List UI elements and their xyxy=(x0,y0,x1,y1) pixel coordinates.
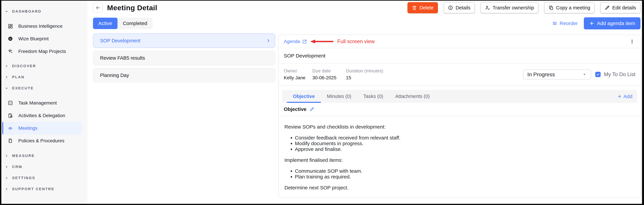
my-todo-checkbox[interactable]: My To Do List xyxy=(595,72,636,78)
agenda-list-item-review-fab5[interactable]: Review FAB5 results xyxy=(93,51,275,65)
tab-completed[interactable]: Completed xyxy=(118,18,153,29)
sidebar-item-wize-blueprint[interactable]: Wize Blueprint xyxy=(1,32,88,45)
annotation-arrow xyxy=(310,39,333,44)
sidebar-section-label: SETTINGS xyxy=(12,176,35,180)
toolbar-right: Reorder Add agenda item xyxy=(552,17,640,30)
chevron-right-icon xyxy=(5,154,8,157)
kebab-menu-button[interactable] xyxy=(629,38,636,45)
reorder-link[interactable]: Reorder xyxy=(552,20,578,26)
sidebar-section-measure[interactable]: MEASURE xyxy=(1,150,88,161)
sidebar-section-label: MEASURE xyxy=(12,154,35,158)
agenda-meta-row: Owner Kelly Jane Due date 30-06-2025 Dur… xyxy=(279,64,640,86)
annotation-text: Full screen view xyxy=(338,38,375,44)
sidebar-item-meetings[interactable]: Meetings xyxy=(2,122,82,134)
agenda-link[interactable]: Agenda xyxy=(284,39,307,44)
agenda-card-header: Agenda Full screen view xyxy=(279,35,640,48)
sidebar-item-activities-delegation[interactable]: Activities & Delegation xyxy=(1,109,88,122)
sidebar-section-support-centre[interactable]: SUPPORT CENTRE xyxy=(1,184,88,194)
field-owner: Owner Kelly Jane xyxy=(284,68,312,80)
sparkles-icon xyxy=(8,49,13,54)
sidebar-section-label: PLAN xyxy=(12,75,24,79)
page-header: Meeting Detail Delete Details Transfer o… xyxy=(93,2,640,14)
sidebar-item-freedom-map-projects[interactable]: Freedom Map Projects xyxy=(1,45,88,58)
sidebar-section-label: DISCOVER xyxy=(12,64,36,68)
sidebar-section-label: CRM xyxy=(12,165,22,169)
chevron-right-icon xyxy=(5,176,8,180)
add-agenda-item-button[interactable]: Add agenda item xyxy=(584,17,640,30)
add-link[interactable]: Add xyxy=(618,90,632,103)
objective-list: Communicate SOP with team. Plan training… xyxy=(284,168,635,180)
objective-header: Objective xyxy=(279,103,640,116)
objective-paragraph: Implement finalised items: xyxy=(284,157,635,163)
info-icon xyxy=(448,5,453,10)
list-toolbar: Active Completed Reorder Add agenda item xyxy=(93,17,640,30)
sidebar-item-task-management[interactable]: Task Management xyxy=(1,96,88,109)
plus-icon xyxy=(618,94,622,99)
sidebar-section-settings[interactable]: SETTINGS xyxy=(1,172,88,184)
objective-content: Review SOPs and checklists in developmen… xyxy=(279,116,640,196)
sidebar-item-label: Business Intelligence xyxy=(18,24,62,29)
agenda-detail-card: Agenda Full screen view SOP Development … xyxy=(278,34,641,198)
sidebar-item-business-intelligence[interactable]: Business Intelligence xyxy=(1,20,88,32)
page-title: Meeting Detail xyxy=(107,4,157,12)
objective-paragraph: Review SOPs and checklists in developmen… xyxy=(284,124,635,130)
sidebar-section-label: DASHBOARD xyxy=(12,9,42,14)
objective-list: Consider feedback received from relevant… xyxy=(284,135,635,152)
tab-active[interactable]: Active xyxy=(93,18,118,29)
plus-icon xyxy=(589,21,594,26)
details-button[interactable]: Details xyxy=(444,2,475,13)
clipboard-clock-icon xyxy=(8,113,13,118)
main-content: Meeting Detail Delete Details Transfer o… xyxy=(88,1,642,204)
arrow-left-icon xyxy=(96,5,100,10)
tab-tasks[interactable]: Tasks (0) xyxy=(358,90,389,103)
chevron-right-icon xyxy=(5,64,8,68)
agenda-list-item-planning-day[interactable]: Planning Day xyxy=(93,68,275,82)
sidebar-section-label: SUPPORT CENTRE xyxy=(12,187,54,191)
sidebar-item-label: Meetings xyxy=(18,126,38,131)
chevron-right-icon xyxy=(5,165,8,168)
copy-meeting-button[interactable]: Copy a meeting xyxy=(544,2,594,13)
chevron-right-icon xyxy=(5,188,8,190)
sidebar-section-dashboard[interactable]: DASHBOARD xyxy=(1,6,88,17)
sidebar-group-execute: Task Management Activities & Delegation … xyxy=(1,96,88,147)
sidebar-item-label: Policies & Procedures xyxy=(18,138,64,144)
objective-paragraph: Determine next SOP project. xyxy=(284,185,635,191)
sidebar-section-plan[interactable]: PLAN xyxy=(1,72,88,83)
header-actions: Delete Details Transfer ownership Copy a… xyxy=(408,2,640,13)
dashboard-grid-icon xyxy=(8,24,13,29)
pencil-icon xyxy=(605,5,610,10)
external-link-icon xyxy=(302,39,307,44)
checkbox-checked xyxy=(595,72,601,77)
task-grid-icon xyxy=(8,100,13,106)
detail-tabbar: Objective Minutes (0) Tasks (0) Attachme… xyxy=(282,90,637,103)
sidebar-item-policies-procedures[interactable]: Policies & Procedures xyxy=(1,134,88,147)
agenda-list-item-sop-development[interactable]: SOP Development xyxy=(93,34,275,48)
sidebar-item-label: Wize Blueprint xyxy=(18,36,49,42)
sidebar-section-crm[interactable]: CRM xyxy=(1,161,88,172)
status-filter-toggle: Active Completed xyxy=(93,18,153,29)
transfer-ownership-button[interactable]: Transfer ownership xyxy=(480,2,538,13)
sidebar: DASHBOARD Business Intelligence Wize Blu… xyxy=(1,1,88,204)
reorder-icon xyxy=(552,21,557,26)
status-dropdown[interactable]: In Progress xyxy=(523,70,591,80)
chevron-right-icon xyxy=(5,76,8,79)
copy-icon xyxy=(548,5,554,10)
tab-attachments[interactable]: Attachments (0) xyxy=(389,90,436,103)
sidebar-section-discover[interactable]: DISCOVER xyxy=(1,60,88,72)
check-icon xyxy=(596,72,600,76)
face-icon xyxy=(8,36,13,41)
field-due-date: Due date 30-06-2025 xyxy=(312,68,346,80)
back-button[interactable] xyxy=(93,3,103,13)
edit-pencil-icon[interactable] xyxy=(310,107,314,112)
app-window: DASHBOARD Business Intelligence Wize Blu… xyxy=(1,1,642,204)
people-icon xyxy=(8,126,13,131)
edit-details-button[interactable]: Edit details xyxy=(600,2,640,13)
person-check-icon xyxy=(485,5,490,10)
field-duration: Duration (minutes) 15 xyxy=(346,68,383,80)
tab-minutes[interactable]: Minutes (0) xyxy=(321,90,358,103)
sidebar-section-execute[interactable]: EXECUTE xyxy=(1,83,88,94)
sidebar-item-label: Freedom Map Projects xyxy=(18,49,66,54)
agenda-item-list: SOP Development Review FAB5 results Plan… xyxy=(93,34,275,82)
tab-objective[interactable]: Objective xyxy=(287,90,321,103)
delete-button[interactable]: Delete xyxy=(408,2,438,13)
